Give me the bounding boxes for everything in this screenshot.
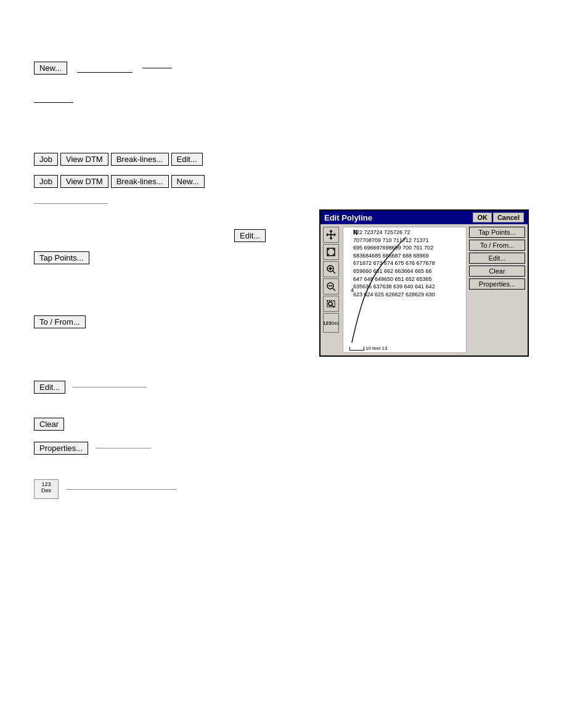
map-row-9: 623 624 625 626627 628629 630 — [353, 291, 465, 299]
dialog-body: 123 Des N 4 722 723724 725726 72 7077087… — [321, 224, 528, 355]
dialog-titlebar: Edit Polyline OK Cancel — [321, 211, 528, 224]
underline-label-4 — [34, 203, 108, 204]
dialog-title: Edit Polyline — [324, 213, 473, 222]
dialog-edit-button[interactable]: Edit... — [469, 253, 525, 264]
scale-line — [349, 347, 364, 351]
dialog-ok-button[interactable]: OK — [473, 213, 492, 222]
new-button-2[interactable]: New... — [171, 175, 205, 188]
dialog-toolbar: 123 Des — [323, 227, 340, 353]
svg-line-8 — [333, 271, 335, 274]
numeric-mode-icon[interactable]: 123 Des — [34, 479, 59, 499]
to-from-button[interactable]: To / From... — [34, 315, 86, 328]
dialog-numeric-icon[interactable]: 123 Des — [323, 313, 339, 333]
view-dtm-button-1[interactable]: View DTM — [60, 153, 108, 166]
dialog-cancel-button[interactable]: Cancel — [493, 213, 524, 222]
map-row-8: 635636 637638 639 640 641 642 — [353, 283, 465, 291]
edit-button-4[interactable]: Edit... — [34, 381, 65, 394]
dialog-map-area[interactable]: N 4 722 723724 725726 72 707708709 710 7… — [343, 227, 467, 353]
scale-num: 13 — [382, 346, 387, 351]
job-button-1[interactable]: Job — [34, 153, 58, 166]
zoom-out-button[interactable] — [323, 278, 339, 294]
scale-text: 10 feet — [365, 346, 380, 351]
dialog-title-buttons: OK Cancel — [473, 213, 524, 222]
svg-point-15 — [329, 302, 332, 306]
dialog-map-numbers: 722 723724 725726 72 707708709 710 71171… — [343, 227, 466, 352]
dialog-clear-button[interactable]: Clear — [469, 266, 525, 277]
svg-line-12 — [333, 288, 335, 291]
edit-polyline-dialog: Edit Polyline OK Cancel — [319, 209, 529, 357]
window-zoom-button[interactable] — [323, 296, 339, 312]
break-lines-button-2[interactable]: Break-lines... — [111, 175, 169, 188]
clear-button[interactable]: Clear — [34, 418, 64, 431]
underline-label-6 — [96, 448, 151, 448]
underline-label-7 — [66, 489, 177, 490]
map-row-3: 695 696697698699 700 701 702 — [353, 244, 465, 252]
tap-points-button[interactable]: Tap Points... — [34, 251, 89, 264]
icon-des-label: Des — [35, 488, 58, 494]
map-row-5: 671672 673 674 675 676 677678 — [353, 259, 465, 267]
map-row-1: 722 723724 725726 72 — [353, 229, 465, 237]
job-button-2[interactable]: Job — [34, 175, 58, 188]
dialog-to-from-button[interactable]: To / From... — [469, 240, 525, 251]
break-lines-button-1[interactable]: Break-lines... — [111, 153, 169, 166]
map-row-2: 707708709 710 711712 71371 — [353, 237, 465, 245]
label-underline-1 — [77, 64, 133, 73]
edit-button-3[interactable]: Edit... — [234, 229, 266, 242]
label-underline-3 — [34, 102, 73, 103]
dialog-scale-bar: 10 feet 13 — [349, 346, 387, 351]
zoom-in-button[interactable] — [323, 261, 339, 277]
zoom-extents-button[interactable] — [323, 244, 339, 260]
properties-button[interactable]: Properties... — [34, 442, 88, 455]
dialog-sidebar: Tap Points... To / From... Edit... Clear… — [469, 224, 528, 355]
label-underline-2 — [142, 68, 172, 68]
map-row-4: 683684685 686687 688 68969 — [353, 252, 465, 260]
dialog-tap-points-button[interactable]: Tap Points... — [469, 227, 525, 238]
underline-label-5 — [73, 387, 147, 387]
edit-button-1[interactable]: Edit... — [171, 153, 203, 166]
dialog-properties-button[interactable]: Properties... — [469, 278, 525, 290]
pan-tool-button[interactable] — [323, 227, 339, 243]
map-row-6: 659660 661 662 663664 665 66 — [353, 267, 465, 275]
view-dtm-button-2[interactable]: View DTM — [60, 175, 108, 188]
new-button[interactable]: New... — [34, 62, 67, 75]
map-row-7: 647 648 649650 651 652 65365 — [353, 275, 465, 283]
